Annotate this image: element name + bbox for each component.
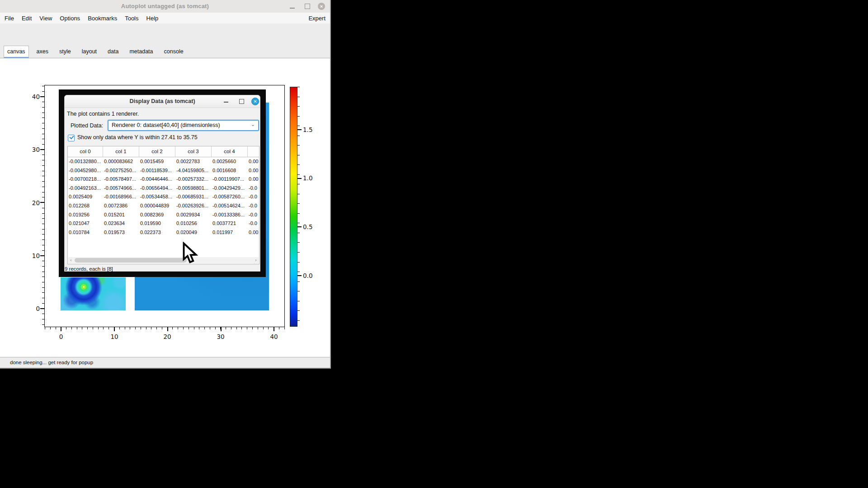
- filter-checkbox[interactable]: [68, 135, 75, 141]
- column-header[interactable]: col 3: [175, 146, 212, 157]
- cell: 0.010256: [175, 219, 212, 228]
- colorbar-tick-label: 1.5: [303, 126, 321, 133]
- y-axis-minor-ticks: [42, 86, 44, 327]
- cell: 0.010784: [68, 228, 103, 237]
- tab[interactable]: axes: [33, 46, 52, 58]
- plotted-data-select[interactable]: Renderer 0: dataset[40,40] (dimensionles…: [108, 120, 259, 131]
- tab[interactable]: layout: [79, 46, 100, 58]
- menu-bar: FileEditViewOptionsBookmarksToolsHelp Ex…: [0, 13, 330, 23]
- table-row[interactable]: 0.019256 0.015201 0.0082369 0.0029934 -0…: [68, 211, 259, 220]
- y-tick-label: 30: [24, 146, 42, 153]
- plotted-data-label: Plotted Data:: [71, 122, 103, 129]
- expert-mode-label[interactable]: Expert: [308, 15, 326, 22]
- tab[interactable]: data: [104, 46, 122, 58]
- cell: 0.00: [248, 228, 259, 237]
- tab[interactable]: metadata: [126, 46, 156, 58]
- table-row[interactable]: -0.00132880... 0.000083662 0.0015459 0.0…: [68, 157, 259, 166]
- menu-item[interactable]: Tools: [125, 15, 138, 22]
- cell: -0.00587260...: [212, 192, 248, 202]
- tab[interactable]: console: [161, 46, 187, 58]
- plotted-data-value: Renderer 0: dataset[40,40] (dimensionles…: [108, 121, 258, 130]
- cell: -0.00257332...: [175, 175, 212, 184]
- cell: -0.0: [248, 219, 259, 228]
- y-tick-label: 20: [24, 199, 42, 206]
- cell: 0.0022783: [175, 157, 212, 166]
- table-row[interactable]: 0.0025409 -0.00168966... -0.00534458... …: [68, 192, 259, 202]
- column-header[interactable]: col 1: [103, 146, 139, 157]
- cell: -0.00578497...: [103, 175, 139, 184]
- checkmark-icon: [69, 135, 74, 140]
- cell: -0.00534458...: [139, 192, 175, 202]
- plot-canvas[interactable]: 403020100 010203040 1.51.00.50.0 Display…: [0, 58, 330, 357]
- cell: -0.0: [248, 184, 259, 193]
- cell: -0.00598801...: [175, 184, 212, 193]
- minimize-icon[interactable]: [224, 102, 228, 103]
- horizontal-scrollbar[interactable]: ‹ ›: [68, 257, 259, 263]
- chevron-down-icon: ⌄: [251, 122, 255, 127]
- cell: -0.00514624...: [212, 202, 248, 211]
- menu-item[interactable]: Options: [60, 15, 80, 22]
- scroll-right-icon[interactable]: ›: [253, 257, 259, 263]
- cell: -0.00685931...: [175, 192, 212, 202]
- cell: -0.00574966...: [103, 184, 139, 193]
- x-tick-label: 10: [105, 333, 123, 340]
- cell: 0.00: [248, 175, 259, 184]
- colorbar: [290, 87, 297, 327]
- colorbar-minor-ticks: [297, 87, 300, 327]
- menu-item[interactable]: Edit: [22, 15, 32, 22]
- records-status: 9 records, each is [8]: [65, 266, 113, 272]
- table-body: -0.00132880... 0.000083662 0.0015459 0.0…: [68, 157, 259, 237]
- cell: 0.0037721: [212, 219, 248, 228]
- cell: 0.00: [248, 157, 259, 166]
- cell: -0.00656494...: [139, 184, 175, 193]
- minimize-icon[interactable]: [290, 8, 295, 9]
- maximize-icon[interactable]: [239, 99, 244, 104]
- menu-item[interactable]: File: [5, 15, 14, 22]
- cell: 0.0082369: [139, 211, 175, 220]
- cell: 0.0025409: [68, 192, 103, 202]
- close-icon[interactable]: ×: [318, 3, 325, 10]
- table-row[interactable]: -0.00700218... -0.00578497... -0.0044644…: [68, 175, 259, 184]
- menu-item[interactable]: Help: [146, 15, 159, 22]
- cell: -4.04159805...: [175, 166, 212, 175]
- window-title: Autoplot untagged (as tomcat): [0, 3, 330, 9]
- tab[interactable]: canvas: [4, 46, 29, 59]
- filter-checkbox-label: Show only data where Y is within 27.41 t…: [77, 134, 198, 141]
- cell: -0.00133386...: [212, 211, 248, 220]
- table-row[interactable]: -0.00452980... -0.00275250... -0.0011853…: [68, 166, 259, 175]
- scroll-left-icon[interactable]: ‹: [68, 257, 74, 263]
- x-axis-minor-ticks: [45, 327, 285, 329]
- table-row[interactable]: 0.012268 0.0072386 0.000044839 -0.002639…: [68, 202, 259, 211]
- tab[interactable]: style: [56, 46, 74, 58]
- colorbar-tick-label: 0.5: [303, 223, 321, 230]
- cell: -0.00446446...: [139, 175, 175, 184]
- close-icon[interactable]: ✕: [251, 98, 259, 105]
- status-bar: done sleeping... get ready for popup: [0, 357, 330, 368]
- x-tick-label: 20: [158, 333, 176, 340]
- column-header[interactable]: col 0: [68, 146, 103, 157]
- maximize-icon[interactable]: [305, 4, 310, 9]
- title-bar[interactable]: Autoplot untagged (as tomcat) ×: [0, 0, 330, 13]
- cell: 0.0016608: [212, 166, 248, 175]
- cell: 0.019590: [139, 219, 175, 228]
- table-row[interactable]: 0.021047 0.023634 0.019590 0.010256 0.00…: [68, 219, 259, 228]
- cell: -0.00429429...: [212, 184, 248, 193]
- autoplot-window: Autoplot untagged (as tomcat) × FileEdit…: [0, 0, 331, 369]
- menu-item[interactable]: View: [39, 15, 52, 22]
- cell: 0.012268: [68, 202, 103, 211]
- dialog-title-bar[interactable]: Display Data (as tomcat) ✕: [65, 95, 260, 108]
- table-row[interactable]: -0.00492163... -0.00574966... -0.0065649…: [68, 184, 259, 193]
- menu-item[interactable]: Bookmarks: [88, 15, 117, 22]
- data-table[interactable]: col 0col 1col 2col 3col 4 -0.00132880...…: [67, 146, 259, 264]
- cell: -0.00119907...: [212, 175, 248, 184]
- display-data-dialog: Display Data (as tomcat) ✕ The plot cont…: [64, 95, 260, 272]
- colorbar-tick-label: 0.0: [303, 272, 321, 279]
- cell: -0.00492163...: [68, 184, 103, 193]
- scrollbar-thumb[interactable]: [75, 258, 187, 263]
- cell: -0.00275250...: [103, 166, 139, 175]
- cell: 0.019573: [103, 228, 139, 237]
- table-row[interactable]: 0.010784 0.019573 0.022373 0.020049 0.01…: [68, 228, 259, 237]
- display-data-dialog-frame: Display Data (as tomcat) ✕ The plot cont…: [59, 89, 266, 277]
- column-header[interactable]: col 2: [139, 146, 175, 157]
- column-header[interactable]: col 4: [212, 146, 248, 157]
